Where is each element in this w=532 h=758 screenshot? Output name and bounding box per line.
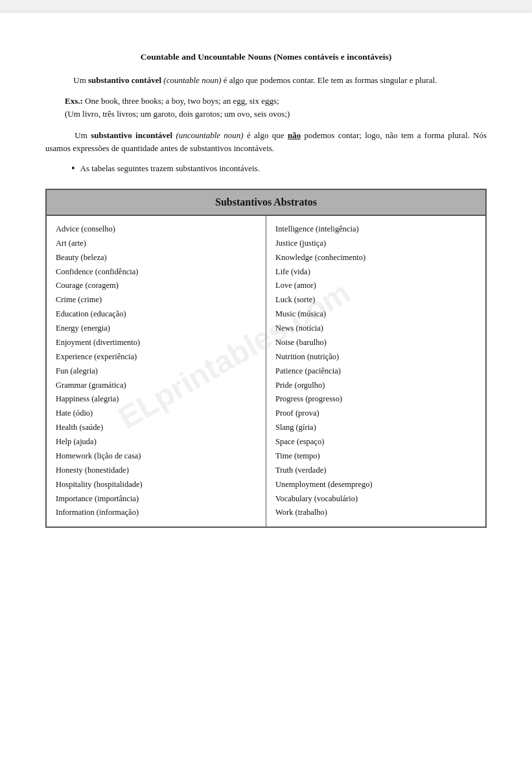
table-right-item: Truth (verdade) (275, 464, 476, 478)
table-left-item: Honesty (honestidade) (56, 464, 257, 478)
page: Countable and Uncountable Nouns (Nomes c… (0, 13, 532, 758)
examples-line2: (Um livro, três livros; um garoto, dois … (65, 108, 487, 121)
table-body: Advice (conselho)Art (arte)Beauty (belez… (47, 216, 485, 527)
table-left-item: Energy (energia) (56, 322, 257, 336)
table-left-item: Information (informação) (56, 506, 257, 520)
p1-intro: Um (73, 75, 88, 85)
table-left-item: Hate (ódio) (56, 407, 257, 421)
bullet-item-1: • As tabelas seguintes trazem substantiv… (71, 162, 487, 176)
table-right-item: Work (trabalho) (275, 506, 476, 520)
p2-intro: Um (75, 130, 91, 140)
table-left-item: Confidence (confidência) (56, 265, 257, 279)
p2-bold2: não (288, 130, 301, 140)
table-left-item: Hospitality (hospitalidade) (56, 478, 257, 492)
table-left-item: Beauty (beleza) (56, 251, 257, 265)
table-col-right: Intelligence (inteligência)Justice (just… (266, 216, 485, 527)
table-right-item: Progress (progresso) (275, 392, 476, 407)
table-col-left: Advice (conselho)Art (arte)Beauty (belez… (47, 216, 266, 527)
table-right-item: Nutrition (nutrição) (275, 350, 476, 364)
abstract-nouns-table: Substantivos Abstratos Advice (conselho)… (45, 189, 487, 528)
table-right-item: Patience (paciência) (275, 364, 476, 379)
table-left-item: Happiness (alegria) (56, 392, 257, 407)
table-right-item: Knowledge (conhecimento) (275, 251, 476, 265)
table-right-item: Slang (gíria) (275, 421, 476, 435)
bullet-section: • As tabelas seguintes trazem substantiv… (45, 162, 487, 176)
table-left-item: Help (ajuda) (56, 435, 257, 449)
table-left-item: Health (saúde) (56, 421, 257, 435)
table-left-item: Fun (alegria) (56, 364, 257, 379)
table-right-item: Intelligence (inteligência) (275, 222, 476, 237)
examples-text1: One book, three books; a boy, two boys; … (83, 96, 279, 106)
table-right-item: Life (vida) (275, 265, 476, 279)
table-left-item: Education (educação) (56, 307, 257, 322)
table-right-item: Unemployment (desemprego) (275, 478, 476, 492)
table-left-item: Courage (coragem) (56, 279, 257, 293)
examples-block: Exs.: One book, three books; a boy, two … (65, 95, 487, 122)
table-left-item: Homework (lição de casa) (56, 449, 257, 464)
table-right-item: Music (música) (275, 307, 476, 322)
p2-bold: substantivo incontável (91, 130, 172, 140)
table-header: Substantivos Abstratos (47, 190, 485, 216)
table-right-item: Time (tempo) (275, 449, 476, 464)
table-right-item: Love (amor) (275, 279, 476, 293)
paragraph-2: Um substantivo incontável (uncountable n… (45, 129, 487, 154)
table-right-item: Luck (sorte) (275, 293, 476, 307)
table-left-item: Grammar (gramática) (56, 379, 257, 393)
table-right-item: Pride (orgulho) (275, 379, 476, 393)
examples-label: Exs.: (65, 96, 83, 106)
table-right-item: Noise (barulho) (275, 336, 476, 350)
paragraph-1: Um substantivo contável (countable noun)… (45, 74, 487, 87)
p1-italic: (countable noun) (161, 75, 221, 85)
table-right-item: Space (espaço) (275, 435, 476, 449)
table-left-item: Advice (conselho) (56, 222, 257, 237)
bullet-text-content: As tabelas seguintes trazem substantivos… (80, 162, 260, 175)
table-right-item: News (notícia) (275, 322, 476, 336)
table-left-item: Crime (crime) (56, 293, 257, 307)
table-right-item: Proof (prova) (275, 407, 476, 421)
p1-rest: é algo que podemos contar. Ele tem as fo… (221, 75, 437, 85)
table-left-item: Enjoyment (divertimento) (56, 336, 257, 350)
table-left-item: Experience (experiência) (56, 350, 257, 364)
page-title: Countable and Uncountable Nouns (Nomes c… (45, 52, 487, 62)
bullet-dot: • (71, 162, 75, 176)
examples-line1: Exs.: One book, three books; a boy, two … (65, 95, 487, 108)
table-right-item: Vocabulary (vocabulário) (275, 492, 476, 506)
p2-italic: (uncountable noun) (172, 130, 244, 140)
table-left-item: Art (arte) (56, 237, 257, 251)
table-left-item: Importance (importância) (56, 492, 257, 506)
table-right-item: Justice (justiça) (275, 237, 476, 251)
p1-bold: substantivo contável (88, 75, 161, 85)
